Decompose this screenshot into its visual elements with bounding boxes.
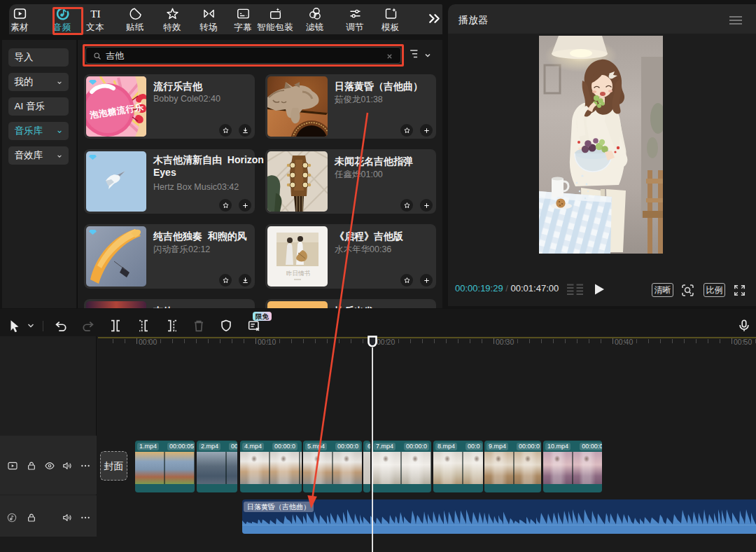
svg-text:TI: TI <box>90 8 100 20</box>
svg-text:昨日情书: 昨日情书 <box>286 270 311 277</box>
